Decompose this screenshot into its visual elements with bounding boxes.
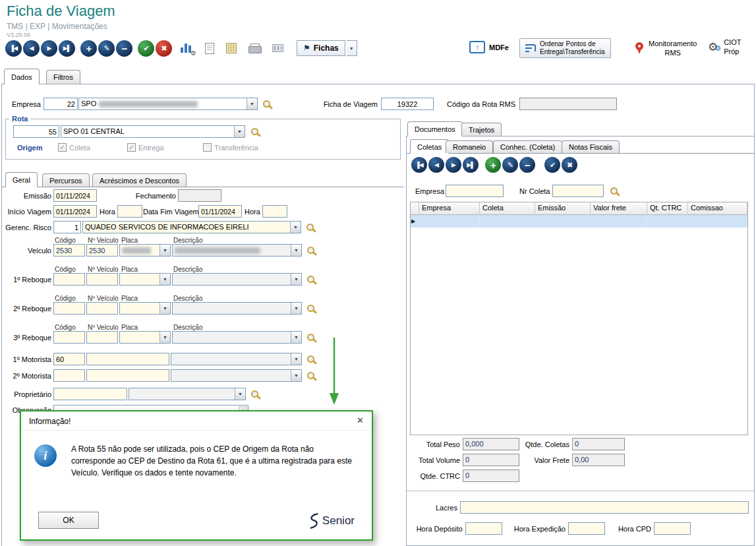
reboque1-descricao-combo[interactable]: ▼	[172, 273, 302, 286]
print-preview-icon[interactable]	[205, 43, 214, 54]
coletas-cancel-button[interactable]: ✖	[562, 157, 577, 173]
first-record-button[interactable]: ▐◀	[5, 40, 22, 57]
rota-search-icon[interactable]	[251, 128, 258, 135]
inicio-viagem-input[interactable]	[53, 205, 97, 218]
subtab-romaneio[interactable]: Romaneio	[446, 140, 493, 153]
proprietario-combo[interactable]: ▼	[129, 388, 246, 400]
motorista1-code-input[interactable]	[53, 353, 85, 365]
rota-code-input[interactable]	[13, 125, 59, 138]
motorista2-combo[interactable]: ▼	[171, 369, 302, 382]
nr-coleta-input[interactable]	[552, 185, 604, 197]
reboque3-numero-input[interactable]	[86, 331, 118, 344]
empresa-combo[interactable]: SPO ▼	[78, 98, 258, 110]
motorista1-search-icon[interactable]	[307, 355, 314, 363]
entrega-checkbox[interactable]: ✓	[127, 143, 136, 152]
reboque2-placa-dropdown-button[interactable]: ▼	[160, 303, 170, 314]
column-header-valor-frete[interactable]: Valor frete	[591, 202, 647, 215]
coleta-checkbox[interactable]: ✓	[58, 143, 67, 152]
delete-record-button[interactable]: −	[116, 40, 132, 57]
motorista2-code-input[interactable]	[53, 369, 85, 382]
reboque3-codigo-input[interactable]	[53, 331, 85, 344]
reboque3-descricao-dropdown-button[interactable]: ▼	[291, 332, 301, 343]
transferencia-checkbox[interactable]	[203, 143, 212, 152]
proprietario-search-icon[interactable]	[251, 390, 258, 398]
motorista1-dropdown-button[interactable]: ▼	[291, 353, 301, 365]
confirm-button[interactable]: ✔	[138, 40, 154, 57]
emissao-input[interactable]	[53, 189, 97, 202]
rota-dropdown-button[interactable]: ▼	[234, 126, 245, 137]
reboque2-numero-input[interactable]	[86, 302, 118, 315]
proprietario-dropdown-button[interactable]: ▼	[235, 388, 245, 400]
ok-button[interactable]: OK	[38, 512, 99, 529]
reboque2-descricao-dropdown-button[interactable]: ▼	[291, 303, 301, 314]
motorista1-name-input[interactable]	[86, 353, 169, 365]
hora-inicio-input[interactable]	[117, 205, 142, 218]
coletas-search-icon[interactable]	[610, 187, 618, 195]
reboque2-descricao-combo[interactable]: ▼	[172, 302, 302, 315]
coletas-first-button[interactable]: ▐◀	[411, 157, 427, 173]
rota-combo[interactable]: SPO 01 CENTRAL ▼	[61, 125, 245, 138]
close-icon[interactable]: ✕	[357, 415, 364, 425]
next-record-button[interactable]: ▶	[41, 40, 57, 57]
gerenc-risco-code-input[interactable]	[53, 221, 81, 233]
subtab-notas-fiscais[interactable]: Notas Fiscais	[562, 140, 620, 153]
hora-cpd-input[interactable]	[654, 522, 691, 535]
hora-deposito-input[interactable]	[465, 522, 502, 535]
keyboard-shortcuts-icon[interactable]	[272, 44, 283, 52]
ficha-viagem-input[interactable]	[381, 98, 434, 110]
ciot-button[interactable]: ⚙⚙ CIOT Próp	[708, 38, 756, 57]
coletas-add-button[interactable]: +	[485, 157, 501, 173]
reboque1-descricao-dropdown-button[interactable]: ▼	[291, 274, 301, 285]
veiculo-codigo-input[interactable]	[53, 244, 85, 257]
subtab-conhec-coleta[interactable]: Conhec. (Coleta)	[493, 140, 562, 153]
reboque2-search-icon[interactable]	[307, 305, 314, 312]
data-fim-viagem-input[interactable]	[198, 205, 242, 218]
coletas-last-button[interactable]: ▶▌	[463, 157, 479, 173]
tab-trajetos[interactable]: Trajetos	[461, 123, 502, 136]
gerenc-risco-search-icon[interactable]	[306, 224, 314, 231]
ordenar-pontos-button[interactable]: Ordenar Pontos de Entrega\Transferência	[519, 38, 611, 58]
veiculo-placa-combo[interactable]: ▼	[119, 244, 171, 257]
motorista2-search-icon[interactable]	[307, 372, 314, 379]
tab-geral[interactable]: Geral	[5, 172, 38, 187]
tab-percursos[interactable]: Percursos	[42, 173, 90, 187]
reboque1-placa-combo[interactable]: ▼	[119, 273, 171, 286]
reboque2-placa-combo[interactable]: ▼	[119, 302, 171, 315]
column-header-qt-ctrc[interactable]: Qt. CTRC	[647, 202, 688, 215]
hora-fim-input[interactable]	[262, 205, 287, 218]
coletas-confirm-button[interactable]: ✔	[544, 157, 560, 173]
reboque3-placa-dropdown-button[interactable]: ▼	[160, 332, 170, 343]
reboque3-placa-combo[interactable]: ▼	[119, 331, 171, 344]
column-header-empresa[interactable]: Empresa	[419, 202, 480, 215]
table-row[interactable]: ▶	[411, 215, 747, 228]
monitoramento-rms-button[interactable]: Monitoramento RMS	[634, 40, 697, 58]
column-header-emissao[interactable]: Emissão	[535, 202, 591, 215]
cancel-button[interactable]: ✖	[156, 40, 172, 57]
reboque1-search-icon[interactable]	[307, 276, 314, 283]
motorista2-dropdown-button[interactable]: ▼	[291, 370, 301, 381]
print-icon[interactable]	[248, 44, 260, 53]
reboque2-codigo-input[interactable]	[53, 302, 85, 315]
reboque3-search-icon[interactable]	[307, 334, 314, 341]
reboque1-codigo-input[interactable]	[53, 273, 85, 286]
reboque1-numero-input[interactable]	[86, 273, 118, 286]
proprietario-code-input[interactable]	[53, 388, 127, 400]
reboque1-placa-dropdown-button[interactable]: ▼	[160, 274, 170, 285]
motorista1-combo[interactable]: ▼	[171, 353, 302, 365]
column-header-comissao[interactable]: Comissao	[688, 202, 747, 215]
export-grid-icon[interactable]	[226, 43, 237, 53]
add-record-button[interactable]: +	[80, 40, 97, 57]
column-header-coleta[interactable]: Coleta	[480, 202, 535, 215]
gerenc-risco-dropdown-button[interactable]: ▼	[290, 222, 301, 233]
fichas-button[interactable]: ⚑ Fichas	[297, 40, 345, 56]
last-record-button[interactable]: ▶▌	[59, 40, 75, 57]
tab-acrescimos-descontos[interactable]: Acréscimos e Descontos	[92, 173, 187, 187]
coletas-next-button[interactable]: ▶	[446, 157, 461, 173]
edit-record-button[interactable]: ✎	[98, 40, 115, 57]
veiculo-numero-input[interactable]	[86, 244, 118, 257]
empresa-search-icon[interactable]	[263, 100, 270, 107]
fichas-dropdown-button[interactable]: ▼	[347, 40, 357, 56]
subtab-coletas[interactable]: Coletas	[410, 139, 449, 154]
gerenc-risco-combo[interactable]: QUADEO SERVICOS DE INFORMACOES EIRELI ▼	[82, 221, 301, 233]
veiculo-descricao-dropdown-button[interactable]: ▼	[291, 245, 301, 256]
